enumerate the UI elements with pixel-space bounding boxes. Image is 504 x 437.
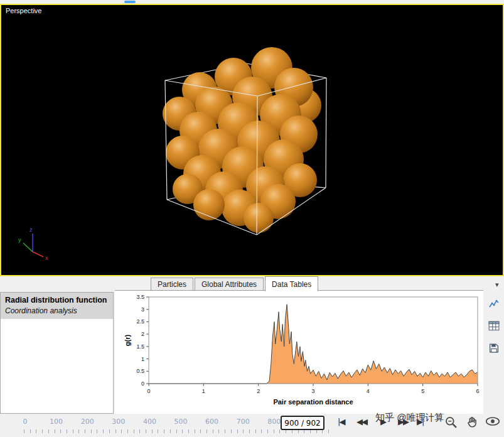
- svg-text:4: 4: [367, 388, 370, 394]
- svg-text:3.5: 3.5: [136, 294, 144, 300]
- svg-text:0.5: 0.5: [136, 368, 144, 374]
- hand-icon: [466, 416, 478, 429]
- tab-bar: Particles Global Attributes Data Tables: [151, 278, 319, 291]
- list-item-subtitle: Coordination analysis: [5, 306, 109, 315]
- svg-text:z: z: [29, 227, 33, 233]
- particle-spheres: [163, 47, 321, 233]
- axis-tripod-icon: zyx: [18, 227, 48, 261]
- svg-text:0: 0: [147, 388, 150, 394]
- timeline-tick-label: 200: [81, 418, 94, 426]
- timeline-tick-label: 700: [237, 418, 250, 426]
- svg-text:2.5: 2.5: [136, 318, 144, 325]
- rdf-chart-panel: 012345600.511.522.533.5Pair separation d…: [115, 290, 483, 414]
- y-axis-label: g(r): [124, 335, 131, 347]
- first-frame-button[interactable]: |◀: [338, 417, 344, 426]
- tab-global-attributes[interactable]: Global Attributes: [195, 278, 264, 291]
- watermark: 知乎 @唯理计算: [375, 412, 444, 424]
- viewport-3d[interactable]: Perspective zyx: [0, 4, 504, 276]
- export-save-button[interactable]: [486, 340, 501, 355]
- top-scrollbar-thumb[interactable]: [124, 1, 136, 3]
- visibility-button[interactable]: [485, 416, 500, 429]
- viewport-mode-label: Perspective: [6, 7, 41, 14]
- timeline-tick-label: 600: [205, 418, 218, 426]
- tab-overflow-button[interactable]: ▾: [491, 280, 503, 289]
- tab-particles[interactable]: Particles: [151, 278, 193, 291]
- list-item-title: Radial distribution function: [5, 296, 109, 305]
- chart-view-button[interactable]: [486, 296, 501, 311]
- table-icon: [488, 321, 500, 331]
- timeline-tick-label: 300: [112, 418, 125, 426]
- pan-timeline-button[interactable]: [466, 416, 478, 431]
- timeline-tick-label: 500: [174, 418, 188, 426]
- svg-text:y: y: [18, 237, 21, 243]
- timeline-tick-label: 800: [267, 418, 281, 426]
- chevron-down-icon: ▾: [495, 281, 499, 288]
- rdf-chart: 012345600.511.522.533.5Pair separation d…: [115, 291, 482, 413]
- chart-toolbar: [483, 291, 504, 414]
- svg-text:0: 0: [141, 380, 144, 387]
- save-icon: [488, 343, 500, 353]
- magnifier-icon: [444, 416, 458, 429]
- data-tables-content: Radial distribution function Coordinatio…: [0, 290, 504, 414]
- timeline-tick-label: 0: [23, 418, 28, 426]
- particle-scene: zyx: [1, 5, 503, 275]
- zoom-timeline-button[interactable]: [444, 416, 458, 431]
- svg-text:1: 1: [202, 388, 205, 394]
- list-item-rdf[interactable]: Radial distribution function Coordinatio…: [1, 293, 113, 319]
- line-chart-icon: [488, 299, 500, 309]
- timeline-tick-label: 400: [143, 418, 156, 426]
- timeline-tick-label: 100: [50, 418, 63, 426]
- svg-text:5: 5: [421, 388, 424, 394]
- tab-data-tables[interactable]: Data Tables: [265, 276, 318, 291]
- previous-frame-button[interactable]: ◀◀: [357, 417, 367, 426]
- analysis-list: Radial distribution function Coordinatio…: [0, 292, 114, 414]
- svg-text:1.5: 1.5: [136, 343, 144, 350]
- svg-text:2: 2: [257, 388, 260, 394]
- svg-text:2: 2: [141, 331, 144, 337]
- table-view-button[interactable]: [486, 318, 501, 333]
- svg-text:3: 3: [311, 388, 314, 394]
- bottom-panel: Particles Global Attributes Data Tables …: [0, 276, 504, 437]
- svg-text:3: 3: [141, 306, 144, 313]
- frame-spinner[interactable]: 900 / 902: [281, 416, 324, 430]
- eye-icon: [485, 416, 500, 427]
- svg-text:6: 6: [476, 388, 479, 394]
- svg-text:1: 1: [141, 356, 144, 362]
- x-axis-label: Pair separation distance: [273, 398, 353, 406]
- svg-text:x: x: [45, 255, 48, 261]
